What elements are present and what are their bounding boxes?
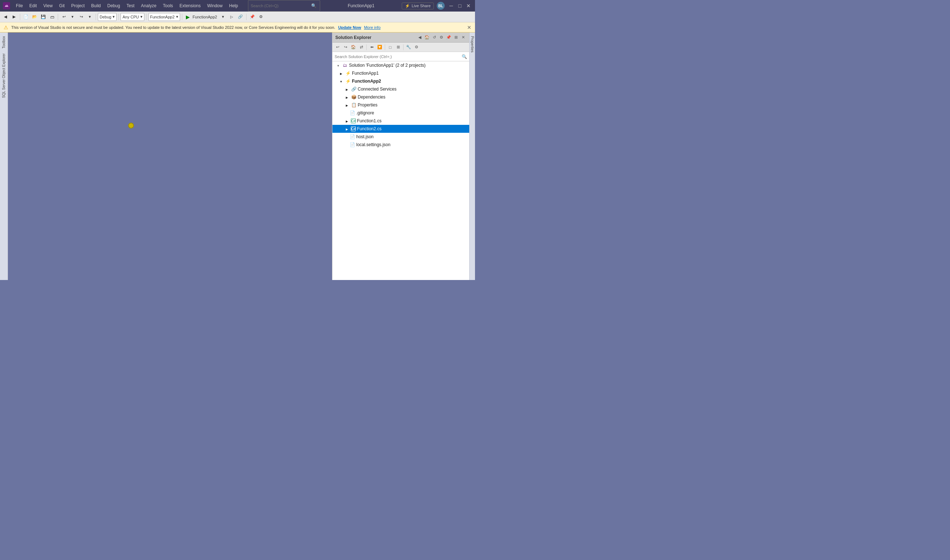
project2-icon: ⚡ <box>345 78 351 84</box>
se-toolbar-sep <box>366 45 367 50</box>
notification-close-button[interactable]: ✕ <box>467 25 471 30</box>
toolbar-sep-2 <box>58 14 58 20</box>
se-tree[interactable]: 🗂 Solution 'FunctionApp1' (2 of 2 projec… <box>333 62 469 280</box>
props-chevron <box>344 102 350 108</box>
se-search-bar[interactable]: 🔍 <box>333 52 469 62</box>
toolbox-tab[interactable]: Toolbox <box>1 34 7 51</box>
connected-icon: 🔗 <box>351 86 357 92</box>
menu-help[interactable]: Help <box>226 2 241 9</box>
tree-gitignore[interactable]: 📄 .gitignore <box>333 109 469 117</box>
window-title: FunctionApp1 <box>323 3 399 8</box>
far-right-sidebar: Properties <box>469 32 475 280</box>
tree-local-settings[interactable]: 📄 local.settings.json <box>333 141 469 149</box>
title-search-input[interactable] <box>251 4 308 8</box>
se-undo-btn[interactable]: ↩ <box>334 44 341 51</box>
menu-view[interactable]: View <box>40 2 55 9</box>
tree-project2[interactable]: ⚡ FunctionApp2 <box>333 77 469 85</box>
se-filter-btn[interactable]: ⬅ <box>368 44 376 51</box>
forward-button[interactable]: ▶ <box>10 13 18 21</box>
undo-dropdown[interactable]: ▾ <box>69 13 77 21</box>
start-without-debug[interactable]: ▷ <box>228 13 236 21</box>
menu-git[interactable]: Git <box>56 2 68 9</box>
platform-chevron: ▾ <box>140 14 143 19</box>
platform-dropdown[interactable]: Any CPU ▾ <box>120 13 144 21</box>
back-button[interactable]: ◀ <box>2 13 9 21</box>
se-expand-btn[interactable]: ⊞ <box>394 44 402 51</box>
se-filter-btn2[interactable]: 🔽 <box>376 44 383 51</box>
editor-area[interactable] <box>8 32 332 280</box>
minimize-button[interactable]: ─ <box>448 2 455 9</box>
tree-function1[interactable]: C# Function1.cs <box>333 117 469 125</box>
se-float-button[interactable]: ⊞ <box>453 34 459 41</box>
tree-function2[interactable]: C# Function2.cs <box>333 125 469 133</box>
se-settings-btn[interactable]: ⚙ <box>413 44 420 51</box>
run-button[interactable]: ▶ <box>184 13 192 21</box>
se-close-button[interactable]: ✕ <box>460 34 467 41</box>
title-search-box[interactable]: 🔍 <box>248 0 320 12</box>
sql-server-tab[interactable]: SQL Server Object Explorer <box>1 51 7 100</box>
user-avatar[interactable]: BL <box>437 2 445 10</box>
debug-mode-dropdown[interactable]: Debug ▾ <box>98 13 117 21</box>
settings-button[interactable]: ⚙ <box>257 13 265 21</box>
menu-analyze[interactable]: Analyze <box>138 2 160 9</box>
menu-edit[interactable]: Edit <box>26 2 40 9</box>
pin-button[interactable]: 📌 <box>248 13 256 21</box>
redo-button[interactable]: ↪ <box>77 13 85 21</box>
undo-button[interactable]: ↩ <box>60 13 68 21</box>
host-json-label: host.json <box>356 134 374 139</box>
run-dropdown[interactable]: ▾ <box>219 13 227 21</box>
open-file-button[interactable]: 📂 <box>31 13 38 21</box>
se-wrench-btn[interactable]: 🔧 <box>405 44 412 51</box>
tree-properties[interactable]: 📋 Properties <box>333 101 469 109</box>
more-info-link[interactable]: More info <box>364 25 380 29</box>
se-toolbar-sep2 <box>385 45 385 50</box>
se-home-button[interactable]: 🏠 <box>424 34 430 41</box>
debug-mode-chevron: ▾ <box>112 14 115 19</box>
tree-dependencies[interactable]: 📦 Dependencies <box>333 93 469 101</box>
tree-project1[interactable]: ⚡ FunctionApp1 <box>333 69 469 77</box>
solution-icon: 🗂 <box>342 62 348 68</box>
project-dropdown[interactable]: FunctionApp2 ▾ <box>148 13 180 21</box>
solution-chevron <box>335 62 341 68</box>
menu-tools[interactable]: Tools <box>160 2 176 9</box>
close-button[interactable]: ✕ <box>465 2 472 9</box>
attach-debugger[interactable]: 🔗 <box>236 13 244 21</box>
gitignore-label: .gitignore <box>356 111 374 115</box>
toolbar-sep-6 <box>182 14 182 20</box>
redo-dropdown[interactable]: ▾ <box>86 13 94 21</box>
menu-file[interactable]: File <box>13 2 26 9</box>
project2-label: FunctionApp2 <box>352 78 381 84</box>
se-collapse-btn[interactable]: □ <box>386 44 394 51</box>
se-settings-icon[interactable]: ⚙ <box>438 34 445 41</box>
save-button[interactable]: 💾 <box>39 13 47 21</box>
new-file-button[interactable]: 📄 <box>22 13 30 21</box>
update-now-link[interactable]: Update Now <box>338 25 361 29</box>
menu-build[interactable]: Build <box>88 2 104 9</box>
menu-extensions[interactable]: Extensions <box>177 2 203 9</box>
se-prev-button[interactable]: ◀ <box>417 34 423 41</box>
localsettings-icon: 📄 <box>350 142 355 148</box>
se-pin-button[interactable]: 📌 <box>445 34 452 41</box>
connected-services-label: Connected Services <box>358 86 396 92</box>
menu-test[interactable]: Test <box>124 2 137 9</box>
se-search-input[interactable] <box>334 54 462 59</box>
menu-window[interactable]: Window <box>204 2 226 9</box>
se-home-btn2[interactable]: 🏠 <box>350 44 357 51</box>
live-share-button[interactable]: ⚡ Live Share <box>402 3 434 9</box>
function2-label: Function2.cs <box>357 126 382 131</box>
tree-host-json[interactable]: 📄 host.json <box>333 133 469 141</box>
tree-connected-services[interactable]: 🔗 Connected Services <box>333 85 469 93</box>
properties-tab[interactable]: Properties <box>469 34 475 55</box>
save-all-button[interactable]: 🗃 <box>48 13 56 21</box>
se-redo-btn[interactable]: ↪ <box>342 44 349 51</box>
live-share-label: Live Share <box>411 4 431 8</box>
menu-project[interactable]: Project <box>68 2 87 9</box>
tree-solution[interactable]: 🗂 Solution 'FunctionApp1' (2 of 2 projec… <box>333 62 469 69</box>
se-switch-btn[interactable]: ⇄ <box>358 44 365 51</box>
func2-chevron <box>344 126 350 132</box>
se-refresh-button[interactable]: ↺ <box>431 34 437 41</box>
maximize-button[interactable]: □ <box>456 2 463 9</box>
local-settings-label: local.settings.json <box>356 142 391 147</box>
notification-message: This version of Visual Studio is not sec… <box>11 25 335 29</box>
menu-debug[interactable]: Debug <box>104 2 123 9</box>
